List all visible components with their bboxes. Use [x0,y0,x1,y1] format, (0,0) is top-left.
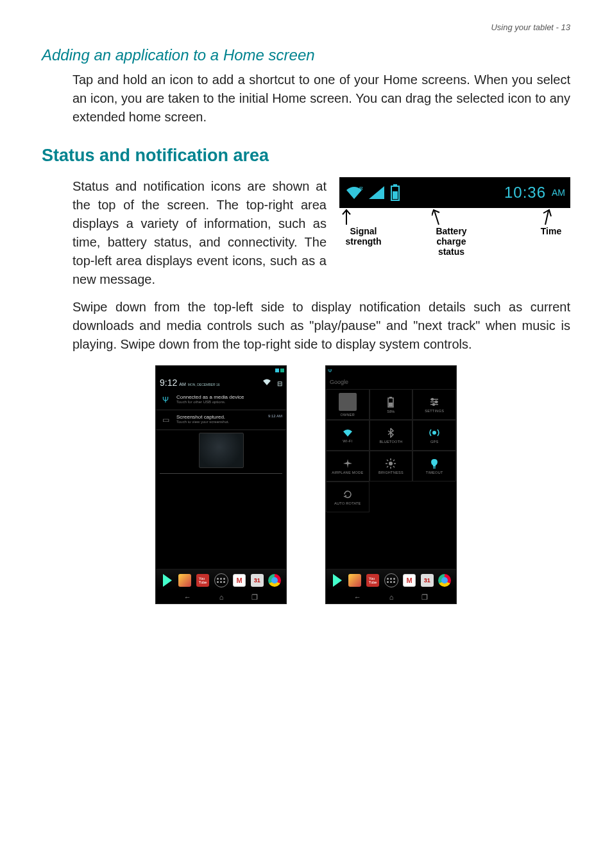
paragraph-status-2: Swipe down from the top-left side to dis… [72,298,570,354]
svg-point-14 [436,401,438,403]
svg-line-25 [387,466,388,467]
qs-tile-gps[interactable]: GPS [412,420,456,451]
nav-keys: ← ⌂ ❐ [156,591,286,603]
wifi-icon: R [344,185,364,200]
signal-icon [368,185,386,200]
clear-icon[interactable]: ⊟ [277,380,282,387]
calendar-icon[interactable]: 31 [251,574,264,587]
wifi-icon [342,428,353,437]
calendar-icon[interactable]: 31 [421,574,434,587]
divider [160,473,282,474]
page-header: Using your tablet - 13 [42,22,570,32]
qs-header: Google [326,375,456,389]
gallery-icon[interactable] [178,574,191,587]
svg-rect-3 [393,191,398,199]
phone-statusbar [156,366,286,375]
back-key[interactable]: ← [184,593,191,601]
qs-tile-label: SETTINGS [425,409,444,413]
paragraph-status-1: Status and notification icons are shown … [72,177,327,289]
gmail-icon[interactable]: M [403,574,416,587]
qs-tile-auto-rotate[interactable]: AUTO ROTATE [326,482,370,512]
statusbar-am: AM [552,187,565,198]
youtube-icon[interactable]: YouTube [196,574,209,587]
notification-title: Screenshot captured. [176,414,263,420]
image-icon: ▭ [160,414,171,426]
youtube-icon[interactable]: YouTube [366,574,379,587]
qs-tile-bluetooth[interactable]: BLUETOOTH [370,420,413,451]
qs-tile-settings[interactable]: SETTINGS [412,389,456,420]
notification-sub: Touch to view your screenshot. [176,420,263,424]
apps-icon[interactable] [384,573,398,587]
screenshot-thumbnail[interactable] [199,433,244,468]
subheading-add-app: Adding an application to a Home screen [42,46,570,64]
qs-grid: OWNER58%SETTINGSWI-FIBLUETOOTHGPSAIRPLAN… [326,389,456,512]
dock: YouTube M 31 [326,569,456,591]
label-time: Time [532,226,570,257]
svg-point-17 [389,462,393,465]
qs-tile-58%[interactable]: 58% [370,389,413,420]
qs-tile-timeout[interactable]: TIMEOUT [412,451,456,482]
nav-keys: ← ⌂ ❐ [326,591,456,603]
play-store-icon[interactable] [331,574,344,587]
qs-tile-label: BRIGHTNESS [378,471,404,474]
phone-notifications: 9:12 AM MON, DECEMBER 16 ⊟ Ψ Connected a… [155,365,287,604]
shade-time: 9:12 [160,378,177,388]
svg-line-24 [393,460,395,461]
sun-icon [386,458,396,469]
home-key[interactable]: ⌂ [219,593,224,601]
qs-tile-airplane-mode[interactable]: AIRPLANE MODE [326,451,370,482]
svg-line-6 [545,211,548,225]
recent-key[interactable]: ❐ [251,593,258,602]
home-key[interactable]: ⌂ [389,593,394,601]
paragraph-add-app: Tap and hold an icon to add a shortcut t… [72,71,570,126]
rotate-icon [343,489,353,499]
svg-rect-26 [433,467,436,469]
svg-rect-8 [389,397,392,398]
qs-tile-label: AIRPLANE MODE [332,471,363,474]
label-signal: Signal strength [339,226,387,257]
statusbar-strip: R 10:36 AM [339,177,570,208]
statusbar-diagram: R 10:36 AM Signal strength [339,177,570,289]
gallery-icon[interactable] [348,574,361,587]
notification-title: Connected as a media device [176,394,282,400]
avatar-icon [339,393,357,411]
chrome-icon[interactable] [268,574,281,587]
svg-line-22 [387,460,388,461]
phone-quicksettings: Ψ Google OWNER58%SETTINGSWI-FIBLUETOOTHG… [325,365,457,604]
wifi-small-icon [262,378,271,386]
back-key[interactable]: ← [354,593,361,601]
heading-status-area: Status and notification area [42,146,570,166]
battery-icon [386,396,395,408]
qs-tile-wi-fi[interactable]: WI-FI [326,420,370,451]
play-store-icon[interactable] [161,574,174,587]
recent-key[interactable]: ❐ [421,593,428,602]
plane-icon [343,458,353,469]
shade-am: AM [179,382,186,386]
chrome-icon[interactable] [438,574,451,587]
svg-point-13 [432,398,434,400]
google-label: Google [330,379,355,385]
svg-line-23 [393,466,395,467]
notification-sub: Touch for other USB options. [176,400,282,404]
qs-tile-owner[interactable]: OWNER [326,389,370,420]
phone-statusbar: Ψ [326,366,456,375]
shade-date: MON, DECEMBER 16 [188,383,220,386]
arrow-signal [339,208,353,226]
svg-point-16 [432,431,436,435]
usb-mini-icon: Ψ [328,368,332,374]
arrow-battery [432,208,446,226]
battery-icon [389,184,401,202]
svg-point-15 [433,403,435,405]
qs-tile-label: BLUETOOTH [379,440,402,444]
statusbar-time: 10:36 [504,184,546,202]
sliders-icon [429,397,439,407]
svg-line-5 [434,211,439,225]
apps-icon[interactable] [214,573,228,587]
notification-item[interactable]: ▭ Screenshot captured. Touch to view you… [156,410,286,430]
bt-icon [387,428,394,438]
notification-item[interactable]: Ψ Connected as a media device Touch for … [156,390,286,410]
gmail-icon[interactable]: M [233,574,246,587]
qs-tile-brightness[interactable]: BRIGHTNESS [370,451,413,482]
arrow-time [538,208,552,226]
qs-tile-label: WI-FI [343,439,352,443]
